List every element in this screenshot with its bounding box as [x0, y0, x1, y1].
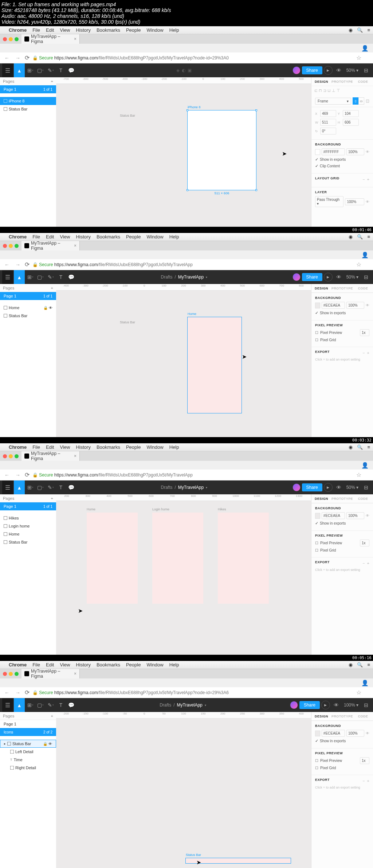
- menu-extra-icon[interactable]: ≡: [367, 27, 370, 33]
- color-swatch[interactable]: [315, 731, 320, 736]
- eye-icon[interactable]: 👁: [366, 514, 369, 518]
- color-swatch[interactable]: [315, 149, 320, 155]
- mask-icon[interactable]: ◐: [182, 68, 185, 73]
- menu-history[interactable]: History: [76, 444, 90, 450]
- address-bar[interactable]: 🔒 Secure https://www.figma.com/file/RWds…: [32, 690, 353, 695]
- tab-close[interactable]: ×: [74, 243, 76, 248]
- menu-view[interactable]: View: [60, 662, 70, 667]
- reload-button[interactable]: ⟳: [25, 54, 30, 61]
- add-page[interactable]: +: [51, 286, 53, 290]
- address-bar[interactable]: 🔒 Secure https://www.figma.com/file/RWds…: [32, 472, 353, 478]
- frame-tool[interactable]: ⊞▾: [25, 272, 35, 282]
- canvas-frame-login[interactable]: Login home: [152, 513, 203, 604]
- checkbox[interactable]: ☐: [315, 548, 319, 552]
- show-exports-check[interactable]: ✓: [315, 311, 318, 315]
- search-icon[interactable]: 🔍: [357, 234, 363, 240]
- eye-icon[interactable]: 👁: [366, 303, 369, 307]
- present-button[interactable]: ▶: [324, 66, 333, 75]
- lock-icon[interactable]: 🔒: [43, 742, 47, 746]
- layer-time[interactable]: TTime: [0, 756, 56, 764]
- menu-window[interactable]: Window: [146, 662, 163, 667]
- plus-btn[interactable]: +: [367, 779, 369, 783]
- menu-edit[interactable]: Edit: [46, 444, 54, 450]
- shape-tool[interactable]: ▢▾: [36, 700, 45, 710]
- window-close[interactable]: [3, 37, 7, 41]
- menu-help[interactable]: Help: [169, 662, 179, 667]
- forward-button[interactable]: →: [14, 55, 22, 61]
- tab-design[interactable]: DESIGN: [311, 497, 331, 501]
- layer-right-detail[interactable]: Right Detail: [0, 764, 56, 772]
- move-tool[interactable]: ▴: [14, 63, 25, 77]
- canvas-frame-home[interactable]: Home: [187, 317, 242, 413]
- pixel-scale[interactable]: 1x: [360, 540, 369, 546]
- component-icon[interactable]: ◈: [176, 68, 180, 73]
- frame-tool[interactable]: ⊞▾: [25, 65, 35, 75]
- plus-btn[interactable]: +: [367, 561, 369, 565]
- present-button[interactable]: ▶: [324, 273, 333, 281]
- add-page[interactable]: +: [51, 496, 53, 501]
- pixel-grid-toggle[interactable]: ⊟: [361, 700, 371, 710]
- view-settings[interactable]: 👁: [331, 700, 341, 710]
- window-max[interactable]: [15, 244, 19, 248]
- menu-view[interactable]: View: [60, 444, 70, 450]
- back-button[interactable]: ←: [3, 472, 11, 478]
- eye-icon[interactable]: 👁: [49, 306, 52, 310]
- canvas-frame-hikes[interactable]: Hikes: [218, 513, 269, 604]
- add-page[interactable]: +: [51, 79, 53, 83]
- zoom-level[interactable]: 50% ▾: [345, 68, 360, 73]
- pixel-scale[interactable]: 1x: [360, 757, 369, 764]
- add-page[interactable]: +: [51, 714, 53, 718]
- checkbox[interactable]: ☐: [315, 541, 319, 545]
- share-button[interactable]: Share: [302, 66, 322, 74]
- reload-button[interactable]: ⟳: [25, 261, 30, 268]
- menu-help[interactable]: Help: [169, 27, 179, 33]
- back-button[interactable]: ←: [3, 262, 11, 268]
- share-button[interactable]: Share: [299, 701, 320, 709]
- boolean-icon[interactable]: ▣: [188, 68, 192, 73]
- present-button[interactable]: ▶: [321, 701, 330, 709]
- breadcrumb-project[interactable]: MyTravelApp: [178, 275, 204, 280]
- menu-help[interactable]: Help: [169, 234, 179, 240]
- plus-btn[interactable]: +: [367, 351, 369, 355]
- browser-tab[interactable]: MyTravelApp – Figma×: [21, 451, 80, 461]
- menu-help[interactable]: Help: [169, 444, 179, 450]
- show-exports-check[interactable]: ✓: [315, 739, 318, 743]
- window-max[interactable]: [15, 37, 19, 41]
- window-close[interactable]: [3, 454, 7, 458]
- page-item[interactable]: Page 11 of 1: [0, 292, 56, 300]
- layer-status-bar[interactable]: ▸Status Bar🔒👁: [0, 740, 56, 748]
- pen-tool[interactable]: ✎▾: [46, 272, 55, 282]
- profile-icon[interactable]: 👤: [361, 462, 369, 469]
- bg-opacity[interactable]: 100%: [346, 302, 364, 309]
- figma-menu[interactable]: ☰: [2, 270, 13, 284]
- menu-file[interactable]: File: [32, 27, 40, 33]
- search-icon[interactable]: 🔍: [357, 662, 363, 667]
- move-tool[interactable]: ▴: [14, 698, 25, 712]
- user-avatar[interactable]: [292, 66, 301, 74]
- page-item[interactable]: Page 11 of 1: [0, 85, 56, 93]
- resize-fit[interactable]: ⊡: [366, 98, 369, 104]
- layer-home[interactable]: Home🔒👁: [0, 304, 56, 312]
- checkbox[interactable]: ☐: [315, 766, 319, 770]
- menu-history[interactable]: History: [76, 662, 90, 667]
- bg-color[interactable]: #ECEAEA: [322, 730, 345, 737]
- reload-button[interactable]: ⟳: [25, 471, 30, 478]
- checkbox[interactable]: ☐: [315, 338, 319, 342]
- rotation-input[interactable]: 0°: [320, 128, 336, 135]
- user-avatar[interactable]: [292, 483, 301, 491]
- bg-opacity[interactable]: 100%: [346, 148, 364, 155]
- frame-tool[interactable]: ⊞▾: [25, 700, 35, 710]
- shape-tool[interactable]: ▢▾: [36, 482, 45, 493]
- window-min[interactable]: [9, 37, 13, 41]
- comment-tool[interactable]: 💬: [66, 482, 76, 493]
- chrome-menu[interactable]: Chrome: [9, 662, 27, 667]
- menu-file[interactable]: File: [32, 444, 40, 450]
- layer-hikes[interactable]: Hikes: [0, 514, 56, 522]
- menu-extra-icon[interactable]: ≡: [367, 662, 370, 667]
- browser-tab[interactable]: MyTravelApp – Figma×: [21, 34, 80, 44]
- tab-prototype[interactable]: PROTOTYPE: [331, 80, 353, 83]
- canvas-frame-iphone8[interactable]: iPhone 8 511 × 606: [187, 110, 256, 190]
- menu-people[interactable]: People: [126, 27, 141, 33]
- eye-icon[interactable]: 👁: [48, 742, 52, 746]
- chrome-menu[interactable]: Chrome: [9, 27, 27, 33]
